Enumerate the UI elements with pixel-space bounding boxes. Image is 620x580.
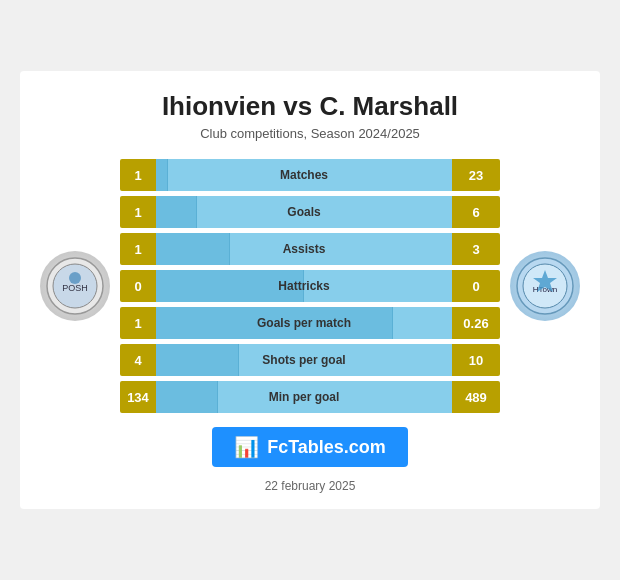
stat-left-value: 134 (120, 381, 156, 413)
stat-bar: Goals (156, 196, 452, 228)
stat-bar: Hattricks (156, 270, 452, 302)
stat-label: Min per goal (269, 390, 340, 404)
fctables-banner[interactable]: 📊 FcTables.com (40, 427, 580, 467)
fctables-icon: 📊 (234, 435, 259, 459)
stat-right-value: 23 (452, 159, 500, 191)
stat-right-value: 0.26 (452, 307, 500, 339)
team-logo-left: POSH (40, 251, 110, 321)
content-area: POSH 1Matches231Goals61Assists30Hattrick… (40, 159, 580, 413)
stat-left-value: 4 (120, 344, 156, 376)
fctables-text: FcTables.com (267, 437, 386, 458)
stat-row: 1Matches23 (120, 159, 500, 191)
comparison-card: Ihionvien vs C. Marshall Club competitio… (20, 71, 600, 509)
team-logo-right: HTown (510, 251, 580, 321)
stat-right-value: 3 (452, 233, 500, 265)
stat-left-value: 1 (120, 196, 156, 228)
stat-row: 1Goals6 (120, 196, 500, 228)
stat-bar: Shots per goal (156, 344, 452, 376)
stat-row: 1Goals per match0.26 (120, 307, 500, 339)
stat-row: 0Hattricks0 (120, 270, 500, 302)
stat-bar: Goals per match (156, 307, 452, 339)
stat-left-value: 1 (120, 233, 156, 265)
stat-row: 1Assists3 (120, 233, 500, 265)
stat-fill-indicator (156, 381, 218, 413)
stat-fill-indicator (156, 159, 168, 191)
banner-box[interactable]: 📊 FcTables.com (212, 427, 408, 467)
stat-right-value: 0 (452, 270, 500, 302)
stat-label: Assists (283, 242, 326, 256)
stat-left-value: 1 (120, 159, 156, 191)
stat-label: Matches (280, 168, 328, 182)
stat-row: 134Min per goal489 (120, 381, 500, 413)
stat-bar: Assists (156, 233, 452, 265)
stat-left-value: 1 (120, 307, 156, 339)
match-title: Ihionvien vs C. Marshall (40, 91, 580, 122)
stat-right-value: 489 (452, 381, 500, 413)
stat-label: Hattricks (278, 279, 329, 293)
match-subtitle: Club competitions, Season 2024/2025 (40, 126, 580, 141)
stat-fill-indicator (156, 196, 197, 228)
stat-label: Shots per goal (262, 353, 345, 367)
stat-right-value: 6 (452, 196, 500, 228)
stat-bar: Matches (156, 159, 452, 191)
stat-fill-indicator (156, 344, 239, 376)
stat-label: Goals per match (257, 316, 351, 330)
date-footer: 22 february 2025 (40, 479, 580, 493)
stat-left-value: 0 (120, 270, 156, 302)
svg-text:POSH: POSH (62, 283, 88, 293)
svg-point-3 (69, 272, 81, 284)
stat-label: Goals (287, 205, 320, 219)
stat-right-value: 10 (452, 344, 500, 376)
stat-fill-indicator (156, 233, 230, 265)
stat-bar: Min per goal (156, 381, 452, 413)
stats-container: 1Matches231Goals61Assists30Hattricks01Go… (120, 159, 500, 413)
stat-row: 4Shots per goal10 (120, 344, 500, 376)
